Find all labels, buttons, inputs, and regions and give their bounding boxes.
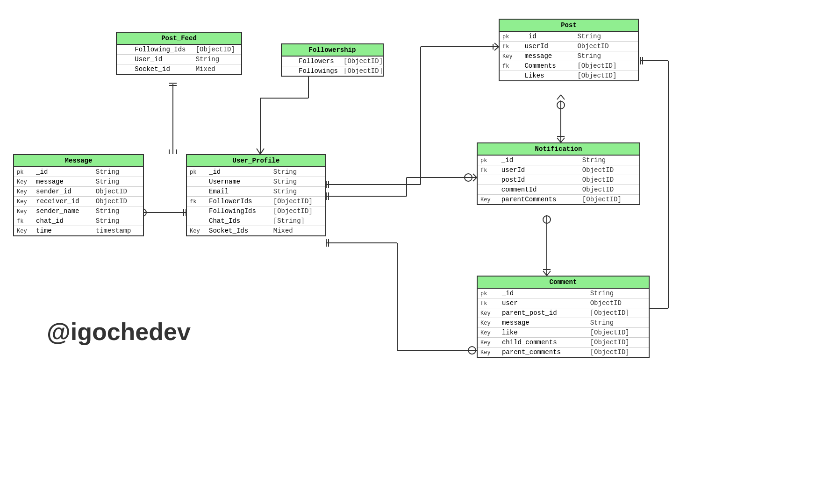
table-row: Following_Ids [ObjectID] xyxy=(117,45,241,55)
relationship-lines xyxy=(0,0,823,504)
svg-point-28 xyxy=(468,347,476,354)
table-row: Followers [ObjectID] xyxy=(282,57,386,66)
followership-table: Followership Followers [ObjectID] Follow… xyxy=(281,43,384,77)
svg-line-9 xyxy=(260,149,264,154)
message-header: Message xyxy=(14,155,143,167)
table-row: pk _id String xyxy=(14,167,143,177)
message-table: Message pk _id String Key message String… xyxy=(13,154,144,236)
table-row: Email String xyxy=(187,187,325,197)
svg-line-33 xyxy=(557,95,561,99)
table-row: Followings [ObjectID] xyxy=(282,66,386,76)
table-row: fk Comments [ObjectID] xyxy=(500,61,638,71)
comment-body: pk _id String fk user ObjectID Key paren… xyxy=(478,289,649,357)
table-row: Key sender_name String xyxy=(14,206,143,216)
user-profile-header: User_Profile xyxy=(187,155,325,167)
table-row: fk user ObjectID xyxy=(478,298,649,308)
notification-table: Notification pk _id String fk userId Obj… xyxy=(477,142,640,205)
svg-line-30 xyxy=(557,138,561,142)
table-row: Key sender_id ObjectID xyxy=(14,187,143,197)
table-row: Socket_id Mixed xyxy=(117,64,241,74)
table-row: Likes [ObjectID] xyxy=(500,71,638,80)
table-row: Key time timestamp xyxy=(14,226,143,235)
table-row: fk userId ObjectID xyxy=(478,165,639,175)
post-feed-table: Post_Feed Following_Ids [ObjectID] User_… xyxy=(116,32,242,75)
table-row: fk userId ObjectID xyxy=(500,42,638,51)
table-row: Key parentComments [ObjectID] xyxy=(478,195,639,204)
table-row: Key message String xyxy=(478,318,649,328)
table-row: Key message String xyxy=(14,177,143,187)
table-row: fk chat_id String xyxy=(14,216,143,226)
table-row: pk _id String xyxy=(187,167,325,177)
table-row: Username String xyxy=(187,177,325,187)
table-row: pk _id String xyxy=(500,32,638,42)
table-row: commentId ObjectID xyxy=(478,185,639,195)
table-row: Key parent_post_id [ObjectID] xyxy=(478,308,649,318)
post-feed-header: Post_Feed xyxy=(117,33,241,45)
table-row: Key child_comments [ObjectID] xyxy=(478,338,649,348)
svg-line-34 xyxy=(561,95,565,99)
svg-line-53 xyxy=(473,174,477,177)
table-row: fk FollowerIds [ObjectID] xyxy=(187,197,325,206)
followership-header: Followership xyxy=(282,44,383,57)
followership-body: Followers [ObjectID] Followings [ObjectI… xyxy=(282,57,386,76)
table-row: postId ObjectID xyxy=(478,175,639,185)
svg-line-46 xyxy=(543,271,547,276)
table-row: Key parent_comments [ObjectID] xyxy=(478,348,649,357)
message-body: pk _id String Key message String Key sen… xyxy=(14,167,143,235)
svg-point-35 xyxy=(557,101,565,109)
table-row: FollowingIds [ObjectID] xyxy=(187,206,325,216)
table-row: User_id String xyxy=(117,55,241,64)
svg-line-31 xyxy=(561,138,565,142)
table-row: pk _id String xyxy=(478,156,639,165)
svg-point-55 xyxy=(465,174,472,181)
post-header: Post xyxy=(500,20,638,32)
post-table: Post pk _id String fk userId ObjectID Ke… xyxy=(499,19,639,81)
svg-line-8 xyxy=(257,149,260,154)
svg-line-47 xyxy=(547,271,551,276)
notification-body: pk _id String fk userId ObjectID postId … xyxy=(478,156,639,204)
post-body: pk _id String fk userId ObjectID Key mes… xyxy=(500,32,638,80)
svg-line-14 xyxy=(494,43,499,47)
user-profile-table: User_Profile pk _id String Username Stri… xyxy=(186,154,326,236)
post-feed-body: Following_Ids [ObjectID] User_id String … xyxy=(117,45,241,74)
table-row: Key receiver_id ObjectID xyxy=(14,197,143,206)
table-row: Key like [ObjectID] xyxy=(478,328,649,338)
svg-point-49 xyxy=(543,216,551,223)
comment-table: Comment pk _id String fk user ObjectID K… xyxy=(477,276,650,358)
svg-line-15 xyxy=(494,47,499,50)
watermark: @igochedev xyxy=(47,318,191,346)
comment-header: Comment xyxy=(478,277,649,289)
user-profile-body: pk _id String Username String Email Stri… xyxy=(187,167,325,235)
table-row: pk _id String xyxy=(478,289,649,298)
table-row: Key Socket_Ids Mixed xyxy=(187,226,325,235)
diagram-container: Post_Feed Following_Ids [ObjectID] User_… xyxy=(0,0,823,504)
notification-header: Notification xyxy=(478,143,639,156)
table-row: Chat_Ids [String] xyxy=(187,216,325,226)
table-row: Key message String xyxy=(500,51,638,61)
svg-line-54 xyxy=(473,177,477,181)
